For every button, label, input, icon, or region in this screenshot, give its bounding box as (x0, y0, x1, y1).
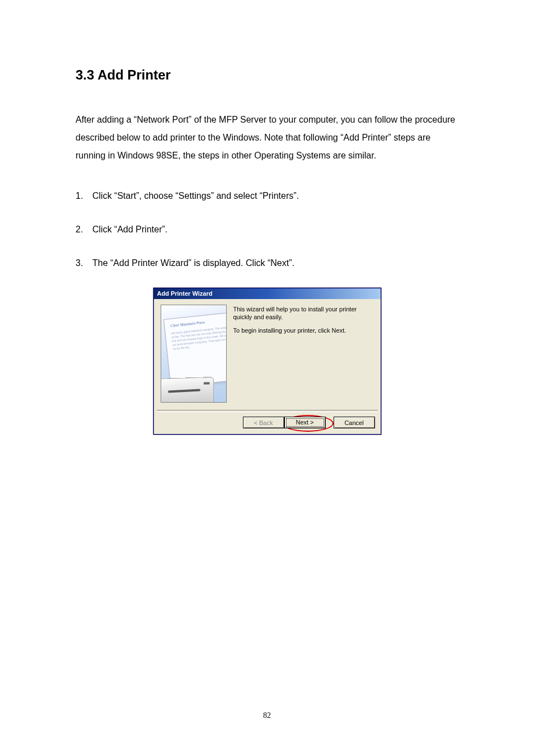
section-heading: 3.3 Add Printer (76, 67, 458, 83)
list-text: Click “Start”, choose “Settings” and sel… (92, 187, 458, 205)
wizard-illustration: Clear Mountain Press We had a great week… (161, 305, 227, 403)
next-button[interactable]: Next > (284, 417, 326, 428)
list-number: 3. (76, 254, 92, 272)
cancel-button[interactable]: Cancel (334, 417, 375, 428)
list-item: 3. The “Add Printer Wizard” is displayed… (76, 254, 458, 272)
add-printer-wizard-dialog: Add Printer Wizard Clear Mountain Press … (153, 288, 381, 435)
paper-sheet-graphic: Clear Mountain Press We had a great week… (163, 311, 226, 387)
dialog-titlebar[interactable]: Add Printer Wizard (154, 288, 381, 299)
list-text: Click “Add Printer”. (92, 221, 458, 239)
list-number: 1. (76, 187, 92, 205)
list-item: 2. Click “Add Printer”. (76, 221, 458, 239)
list-number: 2. (76, 221, 92, 239)
back-button: < Back (243, 417, 284, 428)
list-item: 1. Click “Start”, choose “Settings” and … (76, 187, 458, 205)
page-number: 82 (0, 711, 534, 720)
wizard-text-line-2: To begin installing your printer, click … (233, 327, 374, 335)
step-list: 1. Click “Start”, choose “Settings” and … (76, 187, 458, 272)
wizard-text-line-1: This wizard will help you to install you… (233, 306, 374, 321)
intro-paragraph: After adding a “Network Port” of the MFP… (76, 111, 458, 165)
paper-heading: Clear Mountain Press (170, 320, 204, 328)
wizard-body-text: This wizard will help you to install you… (227, 305, 374, 410)
next-button-label: Next > (285, 417, 325, 428)
printer-button-graphic (203, 382, 209, 384)
paper-body-lines: We had a great weekend camping. The weat… (171, 325, 227, 364)
list-text: The “Add Printer Wizard” is displayed. C… (92, 254, 458, 272)
dialog-button-row: < Back Next > Cancel (154, 412, 381, 434)
dialog-body: Clear Mountain Press We had a great week… (154, 299, 381, 410)
